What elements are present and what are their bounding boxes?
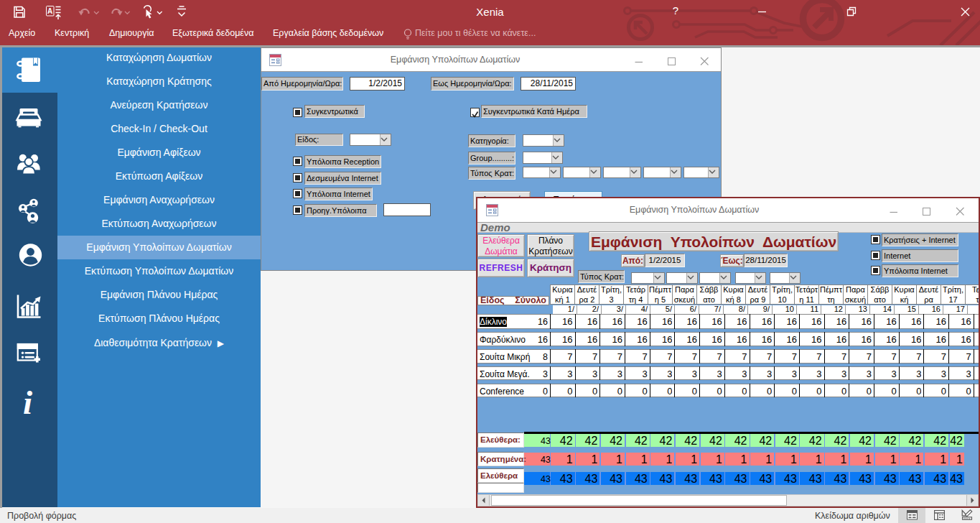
svg-text:i: i [23,384,32,421]
